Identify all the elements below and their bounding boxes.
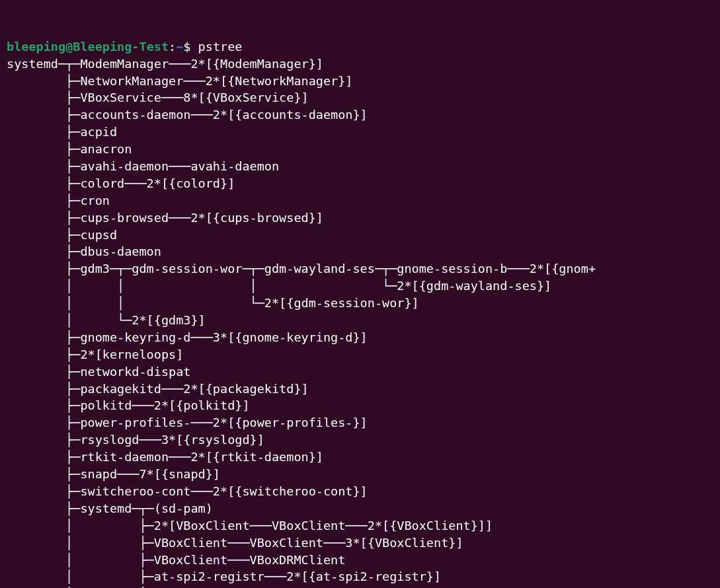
command-text: pstree: [198, 40, 243, 54]
tree-line: │ ├─2*[VBoxClient───VBoxClient───2*[{VBo…: [7, 519, 493, 533]
tree-line: │ │ └─2*[{gdm-session-wor}]: [7, 296, 419, 310]
tree-line: ├─gdm3─┬─gdm-session-wor─┬─gdm-wayland-s…: [7, 262, 596, 276]
tree-line: │ ├─VBoxClient───VBoxDRMClient: [7, 553, 345, 567]
tree-line: │ ├─at-spi2-registr───2*[{at-spi2-regist…: [7, 570, 441, 583]
prompt-at: @: [65, 40, 73, 54]
tree-line: ├─cupsd: [7, 228, 117, 242]
tree-line: │ │ │ └─2*[{gdm-wayland-ses}]: [7, 279, 551, 293]
prompt-host: Bleeping-Test: [73, 40, 169, 54]
tree-line: ├─avahi-daemon───avahi-daemon: [7, 159, 279, 173]
tree-line: systemd─┬─ModemManager───2*[{ModemManage…: [7, 57, 323, 71]
tree-line: │ ├─VBoxClient───VBoxClient───3*[{VBoxCl…: [7, 536, 463, 550]
tree-line: ├─2*[kerneloops]: [7, 348, 183, 361]
tree-line: ├─cups-browsed───2*[{cups-browsed}]: [7, 211, 323, 225]
prompt-user: bleeping: [7, 40, 65, 54]
tree-line: ├─rtkit-daemon───2*[{rtkit-daemon}]: [7, 450, 323, 464]
tree-line: ├─anacron: [7, 142, 132, 156]
tree-line: ├─networkd-dispat: [7, 365, 190, 379]
tree-line: ├─packagekitd───2*[{packagekitd}]: [7, 382, 309, 396]
tree-line: ├─accounts-daemon───2*[{accounts-daemon}…: [7, 108, 368, 122]
tree-line: ├─polkitd───2*[{polkitd}]: [7, 398, 250, 412]
tree-line: ├─snapd───7*[{snapd}]: [7, 467, 220, 481]
tree-line: ├─power-profiles-───2*[{power-profiles-}…: [7, 416, 368, 429]
tree-line: ├─VBoxService───8*[{VBoxService}]: [7, 91, 309, 104]
tree-line: ├─switcheroo-cont───2*[{switcheroo-cont}…: [7, 484, 368, 498]
tree-line: ├─NetworkManager───2*[{NetworkManager}]: [7, 74, 352, 88]
prompt-colon: :: [169, 40, 176, 54]
tree-line: ├─systemd─┬─(sd-pam): [7, 501, 213, 515]
tree-line: ├─dbus-daemon: [7, 244, 161, 258]
terminal-output: bleeping@Bleeping-Test:~$ pstree systemd…: [7, 40, 596, 588]
prompt: bleeping@Bleeping-Test:~$ pstree: [7, 40, 242, 54]
tree-line: ├─rsyslogd───3*[{rsyslogd}]: [7, 433, 264, 447]
tree-line: ├─gnome-keyring-d───3*[{gnome-keyring-d}…: [7, 330, 368, 344]
prompt-sep: $: [183, 40, 198, 54]
prompt-path: ~: [176, 40, 183, 54]
tree-line: ├─cron: [7, 194, 110, 207]
tree-line: ├─colord───2*[{colord}]: [7, 176, 235, 190]
tree-line: ├─acpid: [7, 125, 117, 139]
tree-line: │ └─2*[{gdm3}]: [7, 313, 206, 327]
